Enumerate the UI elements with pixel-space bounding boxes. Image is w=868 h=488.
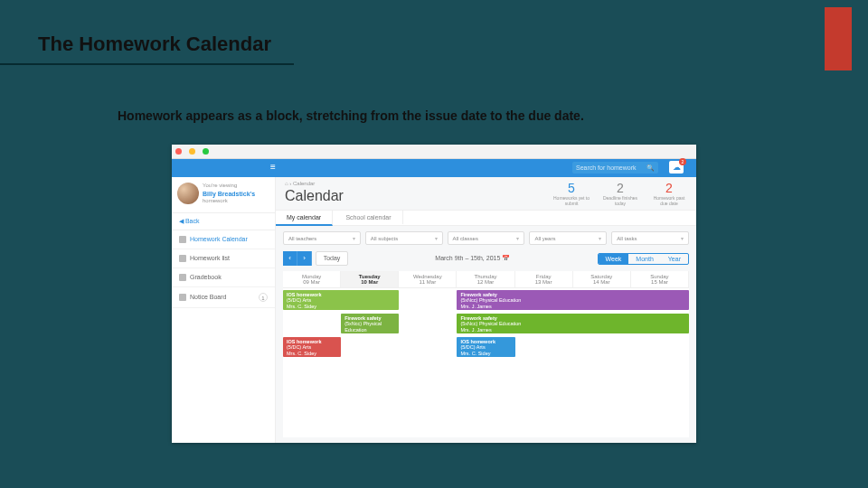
filter-label: All tasks [617,236,637,241]
stat-block: 2Deadline finishes today [602,181,638,206]
today-button[interactable]: Today [316,251,348,266]
tab-school-calendar[interactable]: School calendar [335,211,402,224]
filter-classes[interactable]: All classes▾ [448,231,525,245]
next-button[interactable]: › [297,251,312,266]
page-title: Calendar [285,188,344,204]
top-bar: ≡ Search for homework 🔍 ☁ 2 [172,159,696,177]
homework-block[interactable]: Firework safety(5xNcc) Physical Educatio… [341,314,399,333]
avatar[interactable] [177,183,199,204]
breadcrumb[interactable]: ⌂ › Calendar [285,181,315,186]
profile-suffix: homework [203,198,255,205]
view-week[interactable]: Week [599,254,629,264]
filter-row: All teachers▾ All subjects▾ All classes▾… [283,231,689,245]
filter-teachers[interactable]: All teachers▾ [283,231,361,245]
filter-label: All subjects [371,236,398,241]
homework-block[interactable]: Firework safety(5xNcc) Physical Educatio… [457,314,689,333]
day-date: 10 Mar [341,279,398,285]
view-toggle: Week Month Year [598,253,689,265]
nav-label: Homework Calendar [190,236,248,242]
window-chrome [172,145,696,159]
hw-teacher: Mrs. C. Sidey [287,304,395,309]
day-header: Friday13 Mar [515,271,573,287]
title-underline [0,63,294,65]
minimize-dot[interactable] [189,148,195,155]
day-header: Sunday15 Mar [631,271,689,287]
hw-teacher: Mrs. J. James [344,333,395,333]
day-header: Saturday14 Mar [573,271,631,287]
sidebar: You're viewing Billy Breadstick's homewo… [172,177,276,443]
nav-gradebook[interactable]: Gradebook [172,268,275,287]
chevron-down-icon: ▾ [516,235,519,241]
search-placeholder: Search for homework [576,164,637,171]
hw-teacher: Mrs. J. James [460,327,685,333]
filter-label: All teachers [288,236,316,241]
day-date: 15 Mar [631,279,688,285]
nav-label: Notice Board [190,294,226,300]
day-date: 14 Mar [573,279,630,285]
filter-tasks[interactable]: All tasks▾ [611,231,689,245]
notification-icon[interactable]: ☁ 2 [669,161,684,174]
date-range-label: March 9th – 15th, 2015 [435,255,500,261]
hw-teacher: Mrs. C. Sidey [460,351,511,356]
slide-subtitle: Homework appears as a block, stretching … [118,108,584,123]
prev-button[interactable]: ‹ [283,251,297,266]
day-headers: Monday09 MarTuesday10 MarWednesday11 Mar… [283,271,689,288]
calendar-icon [179,236,186,243]
notice-count: 1 [259,293,268,302]
stat-number: 2 [602,181,638,195]
filter-years[interactable]: All years▾ [529,231,607,245]
chevron-down-icon: ▾ [435,235,438,241]
nav-calendar[interactable]: Homework Calendar [172,230,275,249]
calendar-grid: Monday09 MarTuesday10 MarWednesday11 Mar… [283,271,689,437]
filter-subjects[interactable]: All subjects▾ [365,231,443,245]
day-header: Monday09 Mar [283,271,341,287]
profile-block: You're viewing Billy Breadstick's homewo… [172,177,275,213]
calendar-controls: ‹ › Today March 9th – 15th, 2015 📅 Week … [283,251,689,266]
stat-number: 2 [651,181,687,195]
filter-label: All classes [453,236,478,241]
nav-notice[interactable]: Notice Board1 [172,287,275,308]
search-icon: 🔍 [646,164,655,172]
day-date: 09 Mar [283,279,340,285]
nav-label: Gradebook [190,274,222,280]
back-button[interactable]: ◀ Back [172,213,275,230]
slide-title-bar: The Homework Calendar [0,31,868,65]
hw-subject: (5xNcc) Physical Education [344,321,395,333]
notification-badge: 2 [679,158,686,165]
tabs: My calendar School calendar [276,210,696,226]
day-date: 12 Mar [457,279,514,285]
tab-my-calendar[interactable]: My calendar [276,211,333,226]
main-area: ⌂ › Calendar Calendar 5Homeworks yet to … [276,177,696,443]
notice-icon [179,294,186,301]
nav-list[interactable]: Homework list [172,249,275,268]
stat-block: 2Homework past due date [651,181,687,206]
calendar-icon[interactable]: 📅 [502,255,510,261]
zoom-dot[interactable] [203,148,209,155]
view-month[interactable]: Month [628,254,660,264]
search-input[interactable]: Search for homework 🔍 [572,162,658,174]
gradebook-icon [179,274,186,281]
list-icon [179,255,186,262]
chevron-down-icon: ▾ [681,235,684,241]
stat-label: Homework past due date [651,196,687,206]
profile-prefix: You're viewing [203,183,255,190]
homework-block[interactable]: IOS homework(5/DC) ArtsMrs. C. Sidey [457,337,514,357]
close-dot[interactable] [175,148,182,155]
homework-rows: IOS homework(5/DC) ArtsMrs. C. SideyFire… [283,288,689,435]
nav-label: Homework list [190,255,230,261]
homework-block[interactable]: IOS homework(5/DC) ArtsMrs. C. Sidey [283,290,399,310]
stat-number: 5 [553,181,590,195]
date-range: March 9th – 15th, 2015 📅 [435,255,510,262]
hw-teacher: Mrs. J. James [460,304,685,309]
view-year[interactable]: Year [661,254,688,264]
menu-icon[interactable]: ≡ [270,162,275,172]
homework-block[interactable]: Firework safety(5xNcc) Physical Educatio… [457,290,689,310]
day-date: 13 Mar [515,279,572,285]
app-screenshot: ≡ Search for homework 🔍 ☁ 2 You're viewi… [172,145,696,443]
chevron-down-icon: ▾ [353,235,355,241]
stats-row: 5Homeworks yet to submit2Deadline finish… [553,181,687,206]
back-label: Back [185,218,200,224]
filter-label: All years [534,236,555,241]
day-header: Thursday12 Mar [457,271,514,287]
homework-block[interactable]: IOS homework(5/DC) ArtsMrs. C. Sidey [283,337,341,357]
